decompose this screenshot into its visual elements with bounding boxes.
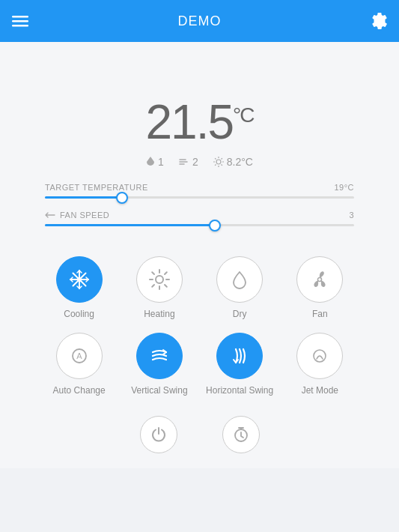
- fan-button[interactable]: [296, 256, 343, 303]
- wind-reading: 2: [179, 156, 198, 168]
- fan-speed-label: FAN SPEED: [45, 211, 109, 220]
- svg-line-10: [221, 158, 222, 159]
- wind-value: 2: [192, 156, 198, 168]
- actions-section: [140, 416, 260, 453]
- svg-rect-1: [12, 20, 28, 22]
- target-temp-thumb[interactable]: [116, 192, 128, 204]
- modes-grid: Cooling Heating: [45, 256, 354, 396]
- sliders-section: TARGET TEMPERATURE 19°C FAN SPEED 3: [45, 183, 354, 238]
- temperature-unit: °C: [233, 103, 253, 127]
- timer-button[interactable]: [222, 416, 260, 453]
- fan-speed-slider-row: FAN SPEED 3: [45, 211, 354, 226]
- svg-line-30: [152, 272, 154, 274]
- auto-change-button[interactable]: A: [56, 333, 103, 379]
- temperature-value: 21.5: [146, 95, 234, 149]
- fan-speed-track[interactable]: [45, 224, 354, 226]
- fan-speed-fill: [45, 224, 215, 226]
- jet-mode-button[interactable]: [296, 333, 343, 379]
- temperature-section: 21.5°C 1 2: [146, 94, 254, 168]
- heating-label: Heating: [144, 309, 174, 321]
- mode-vertical-swing[interactable]: Vertical Swing: [125, 333, 193, 397]
- humidity-value: 1: [158, 156, 164, 168]
- outdoor-temp-value: 8.2°C: [227, 156, 253, 168]
- svg-line-32: [165, 272, 167, 274]
- target-temp-slider-row: TARGET TEMPERATURE 19°C: [45, 183, 354, 199]
- svg-line-33: [152, 285, 154, 287]
- jet-mode-label: Jet Mode: [302, 385, 338, 397]
- humidity-reading: 1: [146, 156, 164, 168]
- settings-icon[interactable]: [371, 13, 387, 29]
- mode-jet[interactable]: Jet Mode: [286, 333, 354, 397]
- svg-point-34: [318, 278, 322, 282]
- temperature-display: 21.5°C: [146, 94, 254, 150]
- fan-speed-value: 3: [349, 211, 354, 220]
- mode-fan[interactable]: Fan: [286, 256, 354, 321]
- svg-line-9: [221, 165, 222, 166]
- main-content: 21.5°C 1 2: [0, 42, 399, 468]
- vertical-swing-button[interactable]: [136, 333, 183, 379]
- target-temp-label-row: TARGET TEMPERATURE 19°C: [45, 183, 354, 192]
- svg-line-8: [215, 158, 216, 159]
- svg-rect-2: [12, 25, 28, 27]
- fan-label: Fan: [312, 309, 328, 321]
- mode-heating[interactable]: Heating: [125, 256, 193, 321]
- outdoor-temp-reading: 8.2°C: [213, 156, 253, 168]
- heating-button[interactable]: [136, 256, 183, 303]
- temperature-sub-info: 1 2 8.2°C: [146, 156, 253, 168]
- horizontal-swing-label: Horizontal Swing: [206, 385, 273, 397]
- target-temp-value: 19°C: [334, 183, 354, 192]
- svg-point-25: [156, 276, 163, 283]
- svg-rect-0: [12, 16, 28, 18]
- vertical-swing-label: Vertical Swing: [131, 385, 187, 397]
- fan-speed-thumb[interactable]: [209, 220, 221, 232]
- mode-dry[interactable]: Dry: [206, 256, 274, 321]
- svg-line-11: [215, 165, 216, 166]
- svg-line-31: [165, 285, 167, 287]
- svg-text:A: A: [76, 351, 82, 360]
- target-temp-fill: [45, 196, 122, 199]
- svg-point-16: [77, 277, 82, 282]
- target-temp-label: TARGET TEMPERATURE: [45, 183, 148, 192]
- mode-cooling[interactable]: Cooling: [45, 256, 113, 321]
- dry-button[interactable]: [216, 256, 263, 303]
- auto-change-label: Auto Change: [53, 385, 106, 397]
- svg-point-3: [216, 160, 221, 164]
- mode-auto-change[interactable]: A Auto Change: [45, 333, 113, 397]
- target-temp-track[interactable]: [45, 196, 354, 199]
- mode-horizontal-swing[interactable]: Horizontal Swing: [206, 333, 274, 397]
- fan-speed-label-row: FAN SPEED 3: [45, 211, 354, 220]
- app-header: DEMO: [0, 0, 399, 42]
- horizontal-swing-button[interactable]: [216, 333, 263, 379]
- cooling-label: Cooling: [64, 309, 94, 321]
- app-title: DEMO: [178, 13, 222, 29]
- menu-icon[interactable]: [12, 13, 28, 29]
- cooling-button[interactable]: [56, 256, 103, 303]
- power-button[interactable]: [140, 416, 177, 453]
- dry-label: Dry: [233, 309, 247, 321]
